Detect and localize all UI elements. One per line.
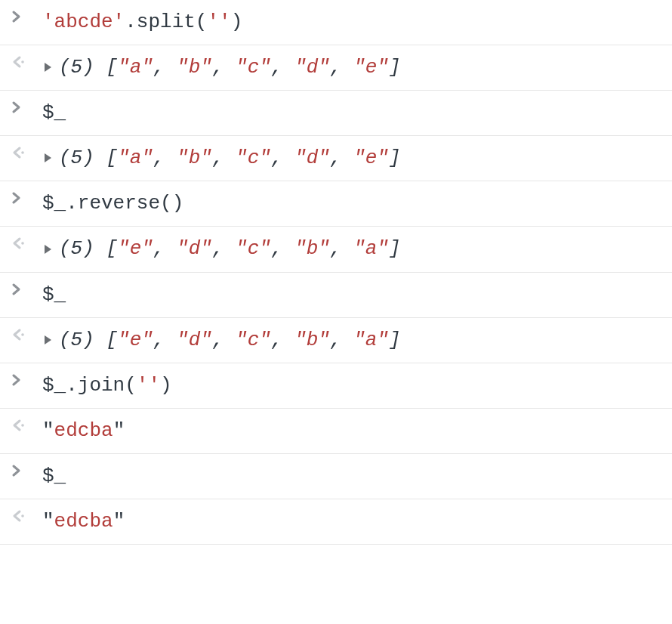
code-token: 'abcde' [42,11,125,33]
code-token: , [330,329,353,351]
code-token: " [42,510,54,533]
code-token: "e" [118,329,153,351]
code-token: ] [389,329,401,351]
output-content: (5) ["e", "d", "c", "b", "a"] [42,327,658,354]
console-input-row: $_.reverse() [0,181,672,227]
code-token: "e" [353,147,389,169]
row-gutter [11,372,32,388]
row-gutter [11,236,32,251]
console-output-row: (5) ["e", "d", "c", "b", "a"] [0,227,672,272]
input-content[interactable]: $_ [42,100,658,126]
output-content: (5) ["e", "d", "c", "b", "a"] [42,236,658,262]
code-token: (5) [59,329,106,351]
code-token: , [330,56,353,79]
code-token: , [271,147,294,169]
code-token: "a" [353,329,389,351]
code-token: "b" [294,237,330,260]
code-token: edcba [54,419,113,442]
row-gutter [11,282,32,297]
code-token: $_ [42,101,66,124]
input-content[interactable]: $_.join('') [42,372,658,399]
row-gutter [11,463,32,478]
code-token: "b" [177,56,212,79]
expand-triangle-icon [42,151,53,165]
chevron-right-icon [11,282,23,297]
code-token: "a" [118,147,153,169]
svg-point-1 [21,151,24,154]
svg-point-4 [21,424,24,427]
chevron-right-icon [11,190,23,205]
chevron-right-icon [11,372,23,388]
code-token: " [42,419,54,442]
expand-triangle-icon [42,60,53,74]
code-token: [ [106,237,118,260]
code-token: "c" [236,329,271,351]
input-content[interactable]: 'abcde'.split('') [42,9,658,36]
console-input-row: 'abcde'.split('') [0,0,672,45]
input-content[interactable]: $_ [42,282,658,308]
code-token: (5) [59,237,106,260]
output-icon [11,54,26,70]
console-output-row: (5) ["a", "b", "c", "d", "e"] [0,136,672,181]
row-gutter [11,9,32,24]
row-gutter [11,145,32,160]
input-content[interactable]: $_ [42,463,658,490]
code-token: '' [207,11,230,33]
code-token: '' [137,374,160,397]
code-token: , [271,237,294,260]
code-token: , [212,329,236,351]
console-input-row: $_ [0,454,672,499]
output-content: "edcba" [42,508,658,535]
code-token: (5) [59,147,106,169]
row-gutter [11,508,32,524]
console-input-row: $_ [0,273,672,318]
code-token: , [271,329,294,351]
code-token: "c" [236,56,271,79]
code-token: "e" [118,237,153,260]
code-token: , [330,237,353,260]
svg-point-2 [21,242,24,246]
console-log: 'abcde'.split('')(5) ["a", "b", "c", "d"… [0,0,672,545]
output-content: (5) ["a", "b", "c", "d", "e"] [42,54,658,81]
expand-triangle-icon [42,242,53,256]
code-token: , [212,56,236,79]
chevron-right-icon [11,9,23,24]
code-token: "e" [353,56,389,79]
output-icon [11,508,26,524]
code-token: edcba [54,510,113,533]
console-output-row: "edcba" [0,409,672,454]
expand-toggle[interactable] [42,242,53,256]
code-token: ] [389,237,401,260]
code-token: , [212,147,236,169]
row-gutter [11,100,32,115]
console-output-row: (5) ["a", "b", "c", "d", "e"] [0,45,672,91]
output-icon [11,145,26,160]
row-gutter [11,54,32,70]
code-token: ) [231,11,243,33]
code-token: "d" [294,56,330,79]
code-token: "c" [236,237,271,260]
code-token: "d" [294,147,330,169]
expand-triangle-icon [42,333,53,347]
code-token: .split( [125,11,207,33]
expand-toggle[interactable] [42,333,53,347]
svg-point-3 [21,333,24,336]
output-content: "edcba" [42,418,658,444]
code-token: ) [160,374,172,397]
code-token: "d" [177,237,212,260]
code-token: [ [106,329,118,351]
row-gutter [11,327,32,342]
expand-toggle[interactable] [42,60,53,74]
chevron-right-icon [11,463,23,478]
code-token: "d" [177,329,212,351]
output-icon [11,327,26,342]
console-output-row: "edcba" [0,499,672,545]
output-content: (5) ["a", "b", "c", "d", "e"] [42,145,658,171]
code-token: $_.reverse() [42,192,183,215]
code-token: ] [389,56,401,79]
code-token: $_.join( [42,374,137,397]
expand-toggle[interactable] [42,151,53,165]
code-token: , [212,237,236,260]
input-content[interactable]: $_.reverse() [42,190,658,217]
row-gutter [11,418,32,433]
